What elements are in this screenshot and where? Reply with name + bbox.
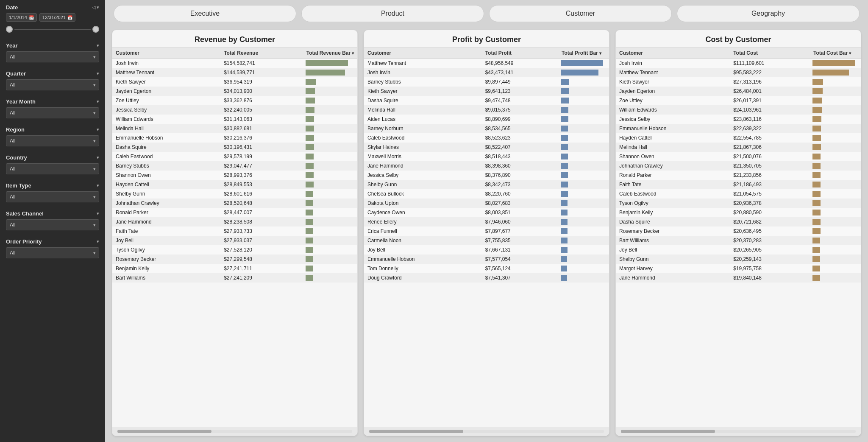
cost-customer-name: Margot Harvey: [616, 264, 730, 273]
cost-customer-name: Benjamin Kelly: [616, 208, 730, 217]
profit-bar-cell: [558, 171, 609, 180]
revenue-bar-cell: [303, 273, 357, 283]
cost-bar-fill: [812, 144, 821, 150]
profit-bar-container: [561, 70, 606, 76]
date-range-row: 1/1/2014 📅 12/31/2021 📅: [6, 13, 99, 22]
item-type-select[interactable]: All: [6, 191, 99, 202]
profit-bar-fill: [561, 228, 568, 234]
revenue-customer-name: Jane Hammond: [112, 217, 220, 227]
cost-scrollbar[interactable]: [621, 430, 856, 433]
revenue-bar-fill: [306, 191, 313, 197]
revenue-bar-cell: [303, 208, 357, 217]
sales-channel-select[interactable]: All: [6, 219, 99, 230]
revenue-card-footer: [112, 427, 357, 436]
date-chevron-icon: ◁ ▾: [92, 5, 99, 10]
profit-scrollbar[interactable]: [369, 430, 604, 433]
revenue-bar-cell: [303, 105, 357, 115]
cost-bar-container: [812, 182, 858, 187]
cost-bar-container: [812, 172, 858, 178]
table-row: Jessica Selby $8,376,890: [364, 171, 609, 180]
revenue-table-header-row: Customer Total Revenue Total Revenue Bar: [112, 48, 357, 59]
table-row: Dasha Squire $30,196,431: [112, 143, 357, 152]
profit-customer-name: Doug Crawford: [364, 273, 482, 283]
table-row: Emmanuelle Hobson $7,577,054: [364, 255, 609, 264]
cost-customer-name: Kieth Sawyer: [616, 77, 730, 87]
slider-left-handle[interactable]: [6, 26, 13, 33]
table-row: Jessica Selby $32,240,005: [112, 105, 357, 115]
cost-customer-value: $21,350,705: [730, 161, 810, 171]
cost-customer-value: $20,880,590: [730, 208, 810, 217]
table-row: Tyson Ogilvy $27,528,120: [112, 245, 357, 255]
cost-bar-cell: [810, 227, 861, 236]
profit-customer-name: Caydence Owen: [364, 208, 482, 217]
tab-executive[interactable]: Executive: [114, 5, 296, 22]
profit-bar-container: [561, 154, 606, 159]
tab-geography[interactable]: Geography: [677, 5, 860, 22]
profit-customer-name: Matthew Tennant: [364, 59, 482, 68]
profit-scrollbar-thumb[interactable]: [369, 430, 463, 433]
sales-channel-label: Sales Channel: [6, 210, 44, 217]
profit-bar-container: [561, 238, 606, 243]
quarter-select[interactable]: All: [6, 79, 99, 90]
region-select[interactable]: All: [6, 135, 99, 146]
date-from-input[interactable]: 1/1/2014 📅: [6, 13, 37, 22]
cost-customer-value: $95,583,222: [730, 68, 810, 77]
revenue-bar-container: [306, 144, 355, 150]
cost-customer-value: $27,313,196: [730, 77, 810, 87]
cost-card-title: Cost by Customer: [616, 30, 861, 48]
year-select[interactable]: All: [6, 51, 99, 62]
table-row: Matthew Tennant $144,539,771: [112, 68, 357, 77]
sales-channel-section: Sales Channel ▾ All: [0, 206, 105, 234]
revenue-customer-name: Joy Bell: [112, 236, 220, 245]
profit-customer-name: Joy Bell: [364, 245, 482, 255]
cost-bar-cell: [810, 96, 861, 105]
revenue-bar-cell: [303, 115, 357, 124]
country-select[interactable]: All: [6, 163, 99, 174]
table-row: Benjamin Kelly $27,241,711: [112, 264, 357, 273]
date-to-input[interactable]: 12/31/2021 📅: [39, 13, 75, 22]
revenue-bar-fill: [306, 247, 313, 253]
profit-customer-value: $7,577,054: [482, 255, 558, 264]
cost-bar-fill: [812, 191, 821, 197]
cost-customer-value: $19,840,148: [730, 273, 810, 283]
table-row: Shannon Owen $28,993,376: [112, 171, 357, 180]
profit-bar-cell: [558, 273, 609, 283]
profit-col-bar[interactable]: Total Profit Bar: [558, 48, 609, 59]
profit-bar-fill: [561, 266, 567, 271]
table-row: Dasha Squire $9,474,748: [364, 96, 609, 105]
cost-bar-fill: [812, 172, 821, 178]
cost-col-bar[interactable]: Total Cost Bar: [810, 48, 861, 59]
table-row: Jane Hammond $19,840,148: [616, 273, 861, 283]
revenue-customer-name: Matthew Tennant: [112, 68, 220, 77]
order-priority-select[interactable]: All: [6, 247, 99, 258]
revenue-scrollbar-thumb[interactable]: [117, 430, 211, 433]
revenue-customer-value: $31,143,063: [220, 115, 303, 124]
sales-channel-chevron-icon: ▾: [97, 211, 99, 216]
year-month-select[interactable]: All: [6, 107, 99, 118]
region-header: Region ▾: [6, 126, 99, 133]
cost-customer-value: $20,636,495: [730, 227, 810, 236]
tab-product[interactable]: Product: [301, 5, 484, 22]
tab-customer[interactable]: Customer: [489, 5, 672, 22]
cost-bar-container: [812, 98, 858, 104]
year-label: Year: [6, 42, 17, 49]
revenue-customer-name: Josh Irwin: [112, 59, 220, 68]
profit-customer-value: $8,534,565: [482, 124, 558, 133]
revenue-scrollbar[interactable]: [117, 430, 352, 433]
cost-scrollbar-thumb[interactable]: [621, 430, 715, 433]
cost-customer-value: $20,721,682: [730, 217, 810, 227]
cost-customer-value: $20,936,378: [730, 199, 810, 208]
profit-customer-name: Chelsea Bullock: [364, 189, 482, 199]
country-select-wrapper: All: [6, 163, 99, 174]
revenue-customer-name: Barney Stubbs: [112, 161, 220, 171]
profit-bar-container: [561, 228, 606, 234]
profit-bar-cell: [558, 143, 609, 152]
revenue-customer-value: $27,933,733: [220, 227, 303, 236]
cost-bar-fill: [812, 266, 820, 271]
cost-bar-container: [812, 266, 858, 271]
date-slider[interactable]: [6, 24, 99, 34]
revenue-col-bar[interactable]: Total Revenue Bar: [303, 48, 357, 59]
slider-right-handle[interactable]: [92, 26, 99, 33]
revenue-bar-container: [306, 107, 355, 113]
table-row: Bart Williams $20,370,283: [616, 236, 861, 245]
